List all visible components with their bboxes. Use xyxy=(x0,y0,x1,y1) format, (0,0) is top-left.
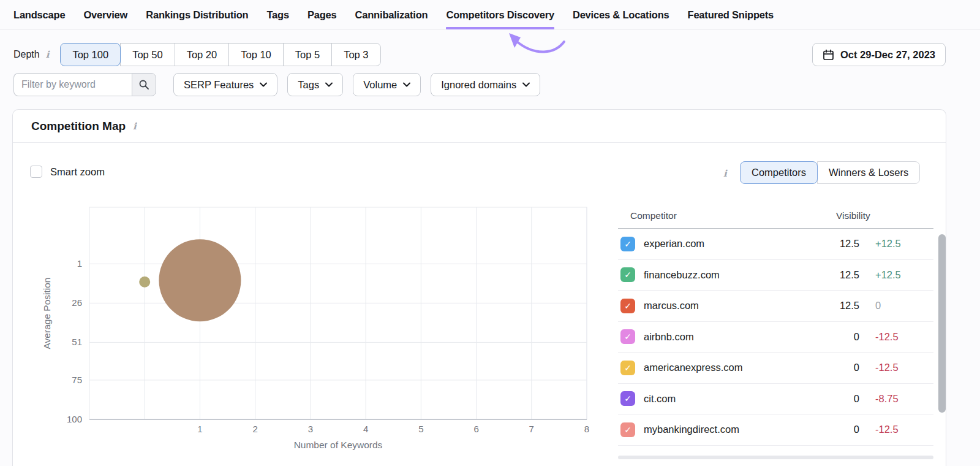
y-tick-label: 51 xyxy=(72,337,82,347)
x-tick-label: 5 xyxy=(418,424,423,434)
tags-dropdown[interactable]: Tags xyxy=(287,73,343,96)
visibility-change: 0 xyxy=(875,300,933,311)
competitor-checkbox[interactable]: ✓ xyxy=(620,391,635,406)
nav-tab-tags[interactable]: Tags xyxy=(266,0,289,29)
card-header: Competition Map i xyxy=(13,110,946,143)
depth-top-20-button[interactable]: Top 20 xyxy=(175,43,230,66)
x-tick-label: 6 xyxy=(473,424,478,434)
competitor-domain: americanexpress.com xyxy=(644,362,816,373)
competitor-checkbox[interactable]: ✓ xyxy=(620,422,635,437)
filter-row: SERP Features Tags Volume Ignored domain… xyxy=(13,73,550,96)
depth-top-10-button[interactable]: Top 10 xyxy=(228,43,284,66)
competitor-checkbox[interactable]: ✓ xyxy=(620,361,635,375)
nav-tab-rankings-distribution[interactable]: Rankings Distribution xyxy=(146,0,248,29)
visibility-change: -12.5 xyxy=(875,424,933,435)
depth-top-50-button[interactable]: Top 50 xyxy=(120,43,175,66)
serp-features-dropdown[interactable]: SERP Features xyxy=(173,73,277,96)
visibility-change: +12.5 xyxy=(875,238,933,250)
competitors-toggle-button[interactable]: Competitors xyxy=(740,161,818,184)
visibility-value: 12.5 xyxy=(816,238,859,250)
competitor-domain: cit.com xyxy=(644,393,816,405)
nav-tab-featured-snippets[interactable]: Featured Snippets xyxy=(688,0,774,29)
check-icon: ✓ xyxy=(624,332,631,341)
x-axis-title: Number of Keywords xyxy=(294,440,383,450)
top-navigation: Landscape Overview Rankings Distribution… xyxy=(0,0,980,29)
table-row[interactable]: ✓ cit.com 0 -8.75 xyxy=(618,384,933,415)
smart-zoom-control: Smart zoom xyxy=(30,166,105,178)
chevron-down-icon xyxy=(325,82,333,87)
keyword-filter-input[interactable] xyxy=(13,73,132,96)
x-tick-label: 1 xyxy=(197,424,202,434)
chart-bubble[interactable] xyxy=(139,277,150,288)
horizontal-scrollbar[interactable] xyxy=(618,456,933,459)
visibility-change: +12.5 xyxy=(875,269,933,281)
table-header: Competitor Visibility xyxy=(618,203,933,229)
depth-top-100-button[interactable]: Top 100 xyxy=(60,43,121,66)
annotation-arrow-icon xyxy=(494,29,573,64)
table-row[interactable]: ✓ financebuzz.com 12.5 +12.5 xyxy=(618,260,933,291)
competitors-table: Competitor Visibility ✓ experian.com 12.… xyxy=(618,203,933,446)
competition-map-info-icon[interactable]: i xyxy=(132,121,138,132)
visibility-value: 0 xyxy=(816,424,859,435)
visibility-value: 0 xyxy=(816,362,859,373)
competitor-domain: mybankingdirect.com xyxy=(644,424,816,435)
chart-bubble[interactable] xyxy=(159,239,241,321)
nav-tab-competitors-discovery[interactable]: Competitors Discovery xyxy=(446,0,554,29)
visibility-change: -12.5 xyxy=(875,362,933,373)
nav-tab-devices-locations[interactable]: Devices & Locations xyxy=(573,0,669,29)
table-row[interactable]: ✓ experian.com 12.5 +12.5 xyxy=(618,229,933,260)
check-icon: ✓ xyxy=(624,394,631,403)
competitor-checkbox[interactable]: ✓ xyxy=(620,299,635,313)
calendar-icon xyxy=(823,49,834,61)
competitor-checkbox[interactable]: ✓ xyxy=(620,329,635,344)
depth-label: Depth xyxy=(13,49,40,60)
view-toggle: Competitors Winners & Losers xyxy=(740,161,920,184)
smart-zoom-checkbox[interactable] xyxy=(30,166,42,178)
check-icon: ✓ xyxy=(624,270,631,279)
competitor-checkbox[interactable]: ✓ xyxy=(620,237,635,251)
depth-info-icon[interactable]: i xyxy=(45,49,51,60)
x-tick-label: 7 xyxy=(529,424,534,434)
y-tick-label: 1 xyxy=(77,258,82,269)
visibility-value: 12.5 xyxy=(816,300,859,311)
table-row[interactable]: ✓ americanexpress.com 0 -12.5 xyxy=(618,353,933,384)
table-row[interactable]: ✓ marcus.com 12.5 0 xyxy=(618,291,933,322)
check-icon: ✓ xyxy=(624,426,631,434)
vertical-scrollbar-thumb[interactable] xyxy=(938,234,946,413)
view-toggle-info-icon[interactable]: i xyxy=(722,168,728,179)
competitor-checkbox[interactable]: ✓ xyxy=(620,267,635,282)
card-title: Competition Map xyxy=(31,120,126,133)
competitor-column-header: Competitor xyxy=(630,210,836,221)
date-range-label: Oct 29-Dec 27, 2023 xyxy=(840,49,935,61)
nav-tab-overview[interactable]: Overview xyxy=(83,0,127,29)
table-row[interactable]: ✓ airbnb.com 0 -12.5 xyxy=(618,322,933,353)
smart-zoom-label: Smart zoom xyxy=(50,166,105,178)
depth-top-5-button[interactable]: Top 5 xyxy=(283,43,332,66)
keyword-filter xyxy=(13,73,156,96)
chevron-down-icon xyxy=(522,82,530,87)
competitors-discovery-page: Landscape Overview Rankings Distribution… xyxy=(0,0,980,466)
winners-losers-toggle-button[interactable]: Winners & Losers xyxy=(817,161,920,184)
x-tick-label: 3 xyxy=(308,424,313,434)
date-range-button[interactable]: Oct 29-Dec 27, 2023 xyxy=(812,43,946,66)
visibility-column-header: Visibility xyxy=(836,210,933,221)
competitor-domain: experian.com xyxy=(644,238,816,250)
keyword-search-button[interactable] xyxy=(132,73,156,96)
depth-row: Depth i Top 100 Top 50 Top 20 Top 10 Top… xyxy=(13,43,381,66)
visibility-value: 12.5 xyxy=(816,269,859,281)
visibility-value: 0 xyxy=(816,331,859,343)
depth-top-3-button[interactable]: Top 3 xyxy=(331,43,380,66)
competitor-domain: financebuzz.com xyxy=(644,269,816,281)
nav-tab-cannibalization[interactable]: Cannibalization xyxy=(355,0,428,29)
chevron-down-icon xyxy=(260,82,267,87)
chevron-down-icon xyxy=(403,82,410,87)
ignored-domains-dropdown[interactable]: Ignored domains xyxy=(431,73,540,96)
search-icon xyxy=(138,79,149,90)
y-tick-label: 75 xyxy=(72,375,82,385)
visibility-change: -8.75 xyxy=(875,393,933,405)
check-icon: ✓ xyxy=(624,302,631,310)
nav-tab-landscape[interactable]: Landscape xyxy=(13,0,65,29)
nav-tab-pages[interactable]: Pages xyxy=(307,0,337,29)
table-row[interactable]: ✓ mybankingdirect.com 0 -12.5 xyxy=(618,414,933,446)
volume-dropdown[interactable]: Volume xyxy=(353,73,421,96)
